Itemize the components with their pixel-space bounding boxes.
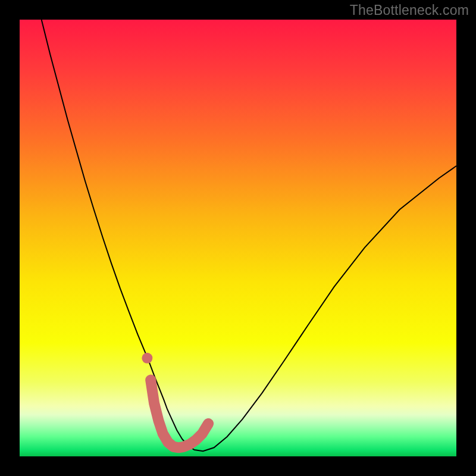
marker-layer [142, 353, 152, 364]
marker-dot-top [142, 353, 152, 364]
plot-background [20, 20, 456, 456]
chart-plot [20, 20, 456, 456]
chart-frame: TheBottleneck.com [0, 0, 476, 476]
watermark-label: TheBottleneck.com [350, 2, 469, 18]
